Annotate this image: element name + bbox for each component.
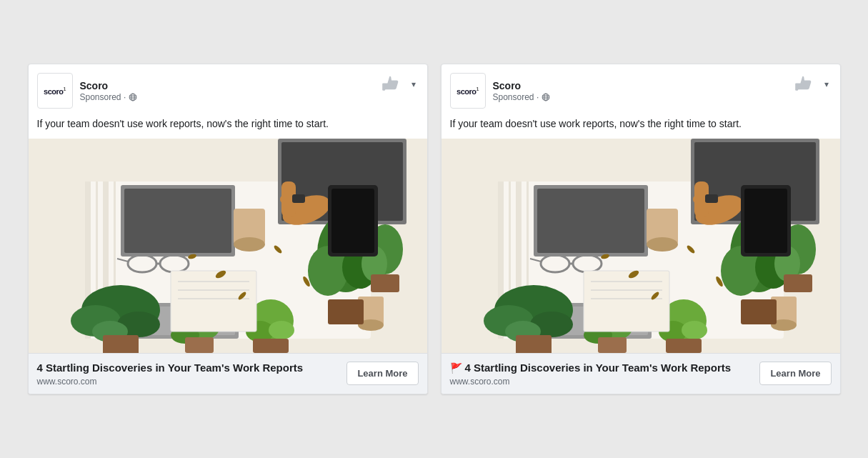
logo-text: scoro1 [44,86,66,96]
sponsored-row: Sponsored · [493,92,551,102]
svg-rect-93 [705,194,718,203]
svg-rect-47 [328,299,364,324]
ad-header: scoro1 Scoro Sponsored · [29,64,427,114]
svg-rect-43 [253,339,289,353]
sponsored-text: Sponsored · [493,92,539,102]
learn-more-button[interactable]: Learn More [759,362,831,385]
ad-body-text: If your team doesn't use work reports, n… [29,114,427,139]
ad-footer-left: 🚩4 Startling Discoveries in Your Team's … [450,361,753,387]
svg-rect-31 [292,194,305,203]
svg-rect-105 [666,339,702,353]
learn-more-button[interactable]: Learn More [346,362,418,385]
svg-rect-75 [537,189,644,253]
svg-rect-13 [124,189,231,253]
svg-rect-39 [185,337,214,353]
logo-text: scoro1 [457,86,479,96]
ad-image [442,139,840,353]
ad-meta: Scoro Sponsored · [493,80,551,102]
thumbs-up-icon [380,73,403,96]
ad-header: scoro1 Scoro Sponsored · [442,64,840,114]
ad-body-text: If your team doesn't use work reports, n… [442,114,840,139]
svg-point-20 [234,237,265,252]
chevron-down-icon[interactable]: ▾ [822,76,832,92]
svg-rect-112 [784,274,812,292]
svg-rect-56 [331,189,374,253]
company-name: Scoro [80,80,138,91]
svg-point-104 [682,321,707,339]
svg-rect-113 [584,271,669,332]
ad-meta: Scoro Sponsored · [80,80,138,102]
ad-card-2: scoro1 Scoro Sponsored · [441,64,841,394]
logo-sup: 1 [64,86,66,91]
svg-rect-101 [598,337,627,353]
flag-icon: 🚩 [450,362,462,374]
ad-header-right: ▾ [380,73,419,96]
chevron-down-icon[interactable]: ▾ [409,76,419,92]
sponsored-row: Sponsored · [80,92,138,102]
ad-footer-left: 4 Startling Discoveries in Your Team's W… [37,361,340,387]
svg-point-42 [269,321,294,339]
svg-rect-50 [371,274,399,292]
svg-rect-5 [382,84,385,91]
svg-rect-109 [741,299,777,324]
svg-rect-98 [516,335,552,353]
company-name: Scoro [493,80,551,91]
globe-icon [542,93,550,101]
ad-footer: 4 Startling Discoveries in Your Team's W… [29,353,427,394]
ad-image [29,139,427,353]
logo-sup: 1 [477,86,479,91]
ad-footer-title: 🚩4 Startling Discoveries in Your Team's … [450,361,753,375]
ad-footer-url: www.scoro.com [450,377,753,387]
svg-rect-118 [744,189,787,253]
globe-icon [129,93,137,101]
ad-footer: 🚩4 Startling Discoveries in Your Team's … [442,353,840,394]
ad-header-left: scoro1 Scoro Sponsored · [37,73,138,109]
ad-footer-title: 4 Startling Discoveries in Your Team's W… [37,361,340,375]
svg-rect-36 [103,335,139,353]
svg-rect-51 [171,271,256,332]
sponsored-text: Sponsored · [80,92,126,102]
ad-logo: scoro1 [37,73,73,109]
ad-footer-url: www.scoro.com [37,377,340,387]
ad-logo: scoro1 [450,73,486,109]
svg-rect-67 [795,84,798,91]
ad-header-right: ▾ [793,73,832,96]
ad-header-left: scoro1 Scoro Sponsored · [450,73,551,109]
svg-point-82 [647,237,678,252]
ad-card-1: scoro1 Scoro Sponsored · [28,64,428,394]
thumbs-up-icon [793,73,816,96]
